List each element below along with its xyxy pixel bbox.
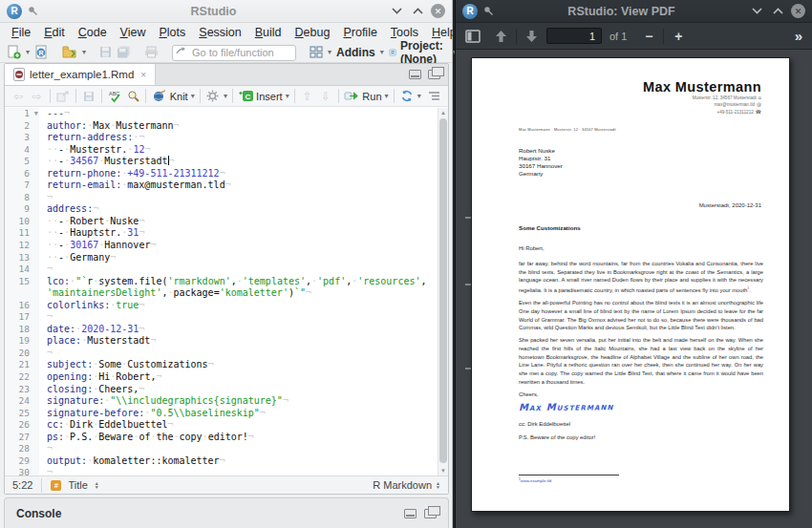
code-line[interactable]: 30¬	[5, 467, 438, 475]
run-previous-icon[interactable]: ⇧	[300, 88, 315, 104]
knit-caret[interactable]: ▾	[191, 92, 195, 100]
rerun-caret[interactable]: ▾	[417, 92, 421, 100]
outline-updown-icon[interactable]: ▲▼	[95, 481, 99, 489]
save-button[interactable]	[99, 44, 112, 60]
code-line[interactable]: 16colorlinks:·true¬	[5, 300, 438, 312]
code-line[interactable]: 22opening:·Hi·Robert,¬	[5, 371, 438, 384]
new-project-button[interactable]: R	[34, 44, 49, 60]
code-line[interactable]: 14¬	[5, 264, 438, 276]
code-line[interactable]: 9address:¬	[5, 203, 438, 216]
run-button[interactable]: Run	[362, 91, 381, 102]
code-line[interactable]: 8¬	[5, 192, 438, 204]
menu-view[interactable]: View	[114, 24, 153, 41]
next-page-icon[interactable]	[524, 30, 539, 43]
menu-plots[interactable]: Plots	[152, 24, 192, 41]
menu-profile[interactable]: Profile	[336, 24, 383, 41]
pin-icon[interactable]	[28, 6, 38, 16]
back-icon[interactable]: ⇦	[11, 88, 26, 104]
pin-icon[interactable]	[483, 6, 494, 16]
gear-caret[interactable]: ▾	[224, 92, 227, 100]
code-line[interactable]: 13··-·Germany¬	[5, 252, 438, 264]
console-pane[interactable]: Console	[4, 497, 449, 528]
console-minimize-icon[interactable]	[404, 509, 417, 518]
code-line[interactable]: 21subject:·Some·Customizations¬	[5, 359, 438, 371]
maximize-pane-icon[interactable]	[428, 70, 440, 79]
addins-caret[interactable]: ▾	[380, 48, 384, 56]
code-line[interactable]: 19place:·Musterstadt¬	[5, 335, 438, 348]
code-line[interactable]: 23closing:·Cheers,¬	[5, 384, 438, 396]
cursor-position[interactable]: 5:22	[12, 479, 32, 491]
more-tools-button[interactable]: »	[795, 28, 802, 44]
menu-session[interactable]: Session	[192, 24, 247, 41]
addins-button[interactable]: Addins	[336, 46, 375, 59]
footnote-link[interactable]: www.example.tld	[521, 478, 551, 483]
code-line[interactable]: 29output:·komaletter::komaletter¬	[5, 455, 438, 468]
code-line[interactable]: 17¬	[5, 311, 438, 324]
minimize-button[interactable]	[389, 4, 404, 19]
panes-layout-button[interactable]	[310, 44, 323, 60]
open-recent-caret[interactable]: ▾	[82, 48, 86, 56]
minimize-pane-icon[interactable]	[409, 70, 421, 79]
run-caret[interactable]: ▾	[385, 92, 389, 100]
maximize-button[interactable]	[410, 4, 425, 19]
zoom-in-button[interactable]: +	[672, 29, 685, 44]
filetype-updown-icon[interactable]: ▲▼	[436, 481, 440, 489]
code-line[interactable]: 27ps:·P.S.·Beware·of·the·copy·editor!¬	[5, 432, 438, 444]
code-line[interactable]: 7return-email:·max@musterman.tld¬	[5, 180, 438, 192]
show-in-new-window-icon[interactable]	[54, 88, 70, 104]
scroll-down-icon[interactable]: ▼	[438, 468, 448, 474]
outline-selector[interactable]: Title	[68, 479, 87, 491]
rerun-icon[interactable]	[399, 88, 415, 104]
code-line[interactable]: 28¬	[5, 443, 438, 455]
code-line[interactable]: 24signature:·"\\includegraphics{signatur…	[5, 395, 438, 408]
open-file-button[interactable]	[62, 44, 77, 60]
code-editor[interactable]: 1▼---¬2author:·Max·Mustermann¬3return-ad…	[5, 108, 438, 475]
close-button[interactable]: ✕	[791, 4, 805, 18]
editor-scrollbar[interactable]: ▲ ▼	[438, 108, 448, 475]
knit-button[interactable]: Knit	[170, 91, 188, 102]
project-menu[interactable]: R Project: (None) ▾	[389, 39, 457, 66]
forward-icon[interactable]: ⇨	[29, 88, 44, 104]
code-line[interactable]: 25signature-before:·"0.5\\baselineskip"¬	[5, 408, 438, 420]
code-line[interactable]: 10··-·Robert·Nuske¬	[5, 216, 438, 228]
code-line[interactable]: 5··-·34567·Musterstadt¬	[5, 156, 438, 168]
pdf-view-area[interactable]: Max Mustermann Musterstr. 12, 34567 Must…	[456, 50, 812, 528]
menu-file[interactable]: File	[5, 24, 37, 41]
save-source-icon[interactable]	[81, 88, 96, 104]
filetype-selector[interactable]: R Markdown	[373, 479, 432, 491]
minimize-button[interactable]	[749, 4, 764, 19]
code-line[interactable]: 18date:·2020-12-31¬	[5, 324, 438, 336]
menu-debug[interactable]: Debug	[288, 24, 337, 41]
scroll-up-icon[interactable]: ▲	[438, 110, 448, 116]
tab-letter-example1[interactable]: letter_example1.Rmd ×	[5, 64, 156, 85]
titlebar[interactable]: R RStudio ✕	[0, 0, 452, 23]
pdf-titlebar[interactable]: R RStudio: View PDF ✕	[456, 0, 812, 23]
console-maximize-icon[interactable]	[424, 509, 437, 518]
menu-edit[interactable]: Edit	[37, 24, 72, 41]
sidebar-toggle-icon[interactable]	[465, 30, 481, 43]
save-all-button[interactable]	[117, 44, 131, 60]
gear-icon[interactable]	[205, 88, 221, 104]
previous-page-icon[interactable]	[494, 30, 508, 43]
code-line[interactable]: 26cc:·Dirk·Eddelbuettel¬	[5, 419, 438, 432]
menu-build[interactable]: Build	[248, 24, 288, 41]
code-line[interactable]: 12··-·30167·Hannover¬	[5, 240, 438, 252]
insert-caret[interactable]: ▾	[286, 92, 289, 100]
code-line[interactable]: 6return-phone:·+49-511-21311212¬	[5, 168, 438, 180]
code-line[interactable]: 2author:·Max·Mustermann¬	[5, 120, 438, 133]
code-line[interactable]: 4··-·Musterstr.·12¬	[5, 144, 438, 157]
menu-code[interactable]: Code	[72, 24, 114, 41]
scrollbar-thumb[interactable]	[439, 118, 447, 463]
code-line[interactable]: 'maintainersDelight',·package='komalette…	[5, 287, 438, 300]
panes-caret[interactable]: ▾	[328, 48, 331, 56]
code-line[interactable]: 15lco:·"`r·system.file('rmarkdown',·'tem…	[5, 276, 438, 288]
close-button[interactable]: ✕	[431, 4, 445, 18]
code-line[interactable]: 3return-address:·¬	[5, 132, 438, 144]
print-button[interactable]	[144, 44, 159, 60]
code-line[interactable]: 20¬	[5, 348, 438, 360]
maximize-button[interactable]	[770, 4, 785, 19]
insert-button[interactable]: Insert	[256, 91, 283, 102]
find-replace-icon[interactable]	[125, 88, 140, 104]
code-line[interactable]: 11··-·Hauptstr.·31¬	[5, 227, 438, 240]
page-number-input[interactable]	[546, 28, 602, 44]
